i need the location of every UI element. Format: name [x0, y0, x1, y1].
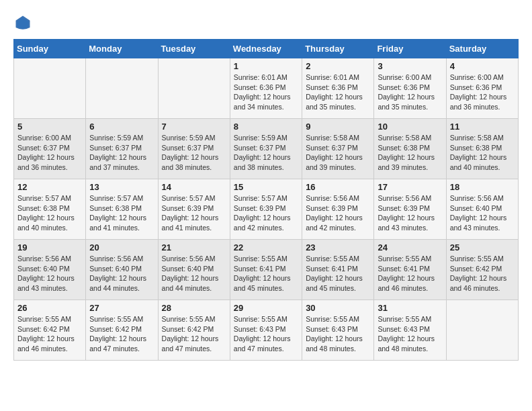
day-info: Sunrise: 5:59 AMSunset: 6:37 PMDaylight:…: [234, 133, 298, 173]
calendar-cell: 14Sunrise: 5:57 AMSunset: 6:39 PMDayligh…: [158, 179, 230, 240]
day-info: Sunrise: 5:55 AMSunset: 6:43 PMDaylight:…: [378, 314, 442, 354]
day-number: 21: [162, 242, 226, 253]
calendar-cell: 23Sunrise: 5:55 AMSunset: 6:41 PMDayligh…: [302, 240, 374, 300]
calendar-cell: [446, 300, 518, 361]
day-info: Sunrise: 5:58 AMSunset: 6:37 PMDaylight:…: [306, 133, 370, 173]
calendar-cell: 3Sunrise: 6:00 AMSunset: 6:36 PMDaylight…: [374, 58, 446, 119]
header-day: Sunday: [14, 40, 86, 58]
day-info: Sunrise: 6:00 AMSunset: 6:36 PMDaylight:…: [450, 73, 515, 112]
day-info: Sunrise: 6:00 AMSunset: 6:37 PMDaylight:…: [17, 133, 82, 173]
calendar-cell: 1Sunrise: 6:01 AMSunset: 6:36 PMDaylight…: [230, 58, 302, 119]
day-info: Sunrise: 5:57 AMSunset: 6:38 PMDaylight:…: [17, 193, 82, 233]
calendar-cell: 10Sunrise: 5:58 AMSunset: 6:38 PMDayligh…: [374, 119, 446, 179]
day-info: Sunrise: 5:57 AMSunset: 6:39 PMDaylight:…: [162, 193, 226, 233]
day-info: Sunrise: 6:01 AMSunset: 6:36 PMDaylight:…: [306, 73, 370, 112]
day-info: Sunrise: 5:55 AMSunset: 6:42 PMDaylight:…: [89, 314, 154, 354]
day-info: Sunrise: 5:56 AMSunset: 6:40 PMDaylight:…: [450, 193, 515, 233]
day-info: Sunrise: 5:55 AMSunset: 6:41 PMDaylight:…: [378, 254, 442, 293]
calendar-cell: 28Sunrise: 5:55 AMSunset: 6:42 PMDayligh…: [158, 300, 230, 361]
day-number: 7: [162, 122, 226, 132]
calendar-table: SundayMondayTuesdayWednesdayThursdayFrid…: [13, 39, 519, 361]
day-number: 22: [234, 242, 298, 253]
calendar-cell: 7Sunrise: 5:59 AMSunset: 6:37 PMDaylight…: [158, 119, 230, 179]
day-info: Sunrise: 5:55 AMSunset: 6:43 PMDaylight:…: [306, 314, 370, 354]
calendar-week-row: 1Sunrise: 6:01 AMSunset: 6:36 PMDaylight…: [14, 58, 519, 119]
day-number: 29: [234, 303, 298, 313]
day-number: 28: [162, 303, 226, 313]
calendar-cell: 17Sunrise: 5:56 AMSunset: 6:39 PMDayligh…: [374, 179, 446, 240]
calendar-week-row: 5Sunrise: 6:00 AMSunset: 6:37 PMDaylight…: [14, 119, 519, 179]
day-number: 17: [378, 182, 442, 192]
day-number: 11: [450, 122, 515, 132]
day-info: Sunrise: 5:56 AMSunset: 6:40 PMDaylight:…: [162, 254, 226, 293]
day-number: 23: [306, 242, 370, 253]
day-info: Sunrise: 5:58 AMSunset: 6:38 PMDaylight:…: [378, 133, 442, 173]
header-day: Tuesday: [158, 40, 230, 58]
calendar-cell: 20Sunrise: 5:56 AMSunset: 6:40 PMDayligh…: [86, 240, 158, 300]
day-number: 5: [17, 122, 82, 132]
day-number: 6: [89, 122, 154, 132]
day-number: 14: [162, 182, 226, 192]
calendar-cell: 6Sunrise: 5:59 AMSunset: 6:37 PMDaylight…: [86, 119, 158, 179]
calendar-cell: 11Sunrise: 5:58 AMSunset: 6:38 PMDayligh…: [446, 119, 518, 179]
calendar-cell: 16Sunrise: 5:56 AMSunset: 6:39 PMDayligh…: [302, 179, 374, 240]
header-day: Monday: [86, 40, 158, 58]
calendar-cell: 27Sunrise: 5:55 AMSunset: 6:42 PMDayligh…: [86, 300, 158, 361]
logo: [13, 13, 35, 32]
day-number: 16: [306, 182, 370, 192]
day-number: 3: [378, 61, 442, 71]
day-number: 8: [234, 122, 298, 132]
header-day: Wednesday: [230, 40, 302, 58]
day-info: Sunrise: 6:00 AMSunset: 6:36 PMDaylight:…: [378, 73, 442, 112]
day-number: 24: [378, 242, 442, 253]
calendar-cell: [14, 58, 86, 119]
day-number: 27: [89, 303, 154, 313]
day-info: Sunrise: 5:59 AMSunset: 6:37 PMDaylight:…: [89, 133, 154, 173]
day-number: 18: [450, 182, 515, 192]
day-number: 1: [234, 61, 298, 71]
logo-icon: [13, 13, 32, 32]
day-number: 12: [17, 182, 82, 192]
calendar-cell: 15Sunrise: 5:57 AMSunset: 6:39 PMDayligh…: [230, 179, 302, 240]
calendar-week-row: 26Sunrise: 5:55 AMSunset: 6:42 PMDayligh…: [14, 300, 519, 361]
calendar-cell: 5Sunrise: 6:00 AMSunset: 6:37 PMDaylight…: [14, 119, 86, 179]
calendar-cell: 24Sunrise: 5:55 AMSunset: 6:41 PMDayligh…: [374, 240, 446, 300]
day-info: Sunrise: 5:55 AMSunset: 6:42 PMDaylight:…: [17, 314, 82, 354]
header-day: Friday: [374, 40, 446, 58]
calendar-cell: 2Sunrise: 6:01 AMSunset: 6:36 PMDaylight…: [302, 58, 374, 119]
calendar-cell: 4Sunrise: 6:00 AMSunset: 6:36 PMDaylight…: [446, 58, 518, 119]
page-header: [13, 13, 519, 32]
calendar-cell: 9Sunrise: 5:58 AMSunset: 6:37 PMDaylight…: [302, 119, 374, 179]
calendar-cell: 31Sunrise: 5:55 AMSunset: 6:43 PMDayligh…: [374, 300, 446, 361]
day-info: Sunrise: 5:55 AMSunset: 6:42 PMDaylight:…: [450, 254, 515, 293]
day-info: Sunrise: 5:55 AMSunset: 6:41 PMDaylight:…: [306, 254, 370, 293]
day-info: Sunrise: 5:55 AMSunset: 6:41 PMDaylight:…: [234, 254, 298, 293]
calendar-cell: 30Sunrise: 5:55 AMSunset: 6:43 PMDayligh…: [302, 300, 374, 361]
day-number: 30: [306, 303, 370, 313]
calendar-cell: 8Sunrise: 5:59 AMSunset: 6:37 PMDaylight…: [230, 119, 302, 179]
calendar-week-row: 19Sunrise: 5:56 AMSunset: 6:40 PMDayligh…: [14, 240, 519, 300]
calendar-cell: 21Sunrise: 5:56 AMSunset: 6:40 PMDayligh…: [158, 240, 230, 300]
day-number: 25: [450, 242, 515, 253]
day-number: 4: [450, 61, 515, 71]
day-info: Sunrise: 5:57 AMSunset: 6:38 PMDaylight:…: [89, 193, 154, 233]
calendar-cell: 29Sunrise: 5:55 AMSunset: 6:43 PMDayligh…: [230, 300, 302, 361]
day-info: Sunrise: 6:01 AMSunset: 6:36 PMDaylight:…: [234, 73, 298, 112]
calendar-cell: [86, 58, 158, 119]
day-number: 13: [89, 182, 154, 192]
calendar-cell: 13Sunrise: 5:57 AMSunset: 6:38 PMDayligh…: [86, 179, 158, 240]
day-info: Sunrise: 5:56 AMSunset: 6:40 PMDaylight:…: [89, 254, 154, 293]
day-number: 31: [378, 303, 442, 313]
day-info: Sunrise: 5:55 AMSunset: 6:43 PMDaylight:…: [234, 314, 298, 354]
day-info: Sunrise: 5:58 AMSunset: 6:38 PMDaylight:…: [450, 133, 515, 173]
day-number: 19: [17, 242, 82, 253]
calendar-week-row: 12Sunrise: 5:57 AMSunset: 6:38 PMDayligh…: [14, 179, 519, 240]
day-number: 9: [306, 122, 370, 132]
day-info: Sunrise: 5:56 AMSunset: 6:39 PMDaylight:…: [306, 193, 370, 233]
header-day: Saturday: [446, 40, 518, 58]
day-info: Sunrise: 5:59 AMSunset: 6:37 PMDaylight:…: [162, 133, 226, 173]
header-row: SundayMondayTuesdayWednesdayThursdayFrid…: [14, 40, 519, 58]
day-info: Sunrise: 5:56 AMSunset: 6:40 PMDaylight:…: [17, 254, 82, 293]
calendar-cell: [158, 58, 230, 119]
calendar-cell: 26Sunrise: 5:55 AMSunset: 6:42 PMDayligh…: [14, 300, 86, 361]
